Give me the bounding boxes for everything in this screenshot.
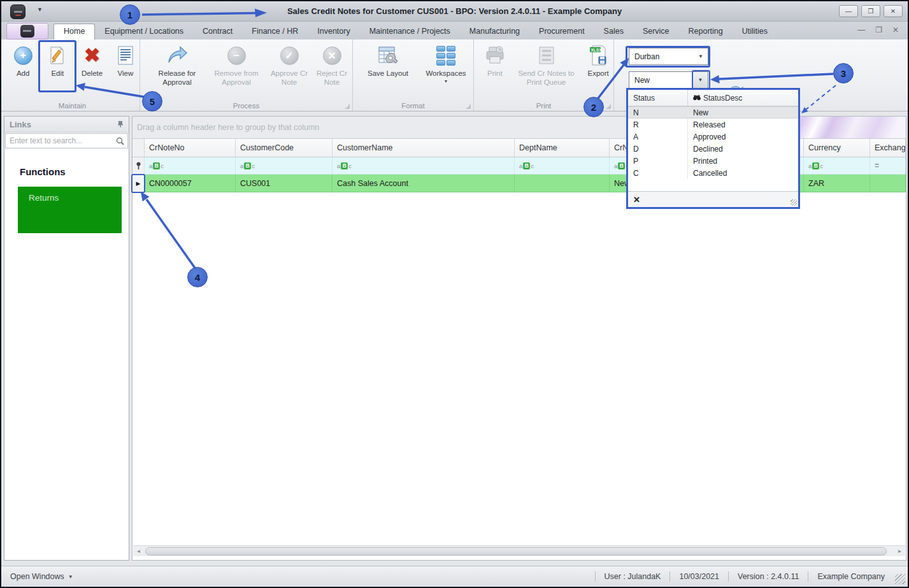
scrollbar-thumb[interactable] [145,547,887,556]
abc-filter-icon: aBc [149,162,164,169]
ribbon-group-maintain: + Add Edit ✖ Del [5,39,140,111]
status-option-cancelled[interactable]: CCancelled [628,167,798,179]
tab-manufacturing[interactable]: Manufacturing [460,24,529,39]
tab-procurement[interactable]: Procurement [529,24,594,39]
maximize-button[interactable]: ❒ [861,5,880,17]
reject-cr-note-button[interactable]: ✕ Reject Cr Note [313,43,350,87]
close-button[interactable]: ✕ [884,5,903,17]
scroll-left-icon[interactable]: ◄ [133,549,144,554]
returns-function-button[interactable]: Returns [18,187,122,233]
approve-cr-note-button[interactable]: ✓ Approve Cr Note [269,43,310,87]
links-search-input[interactable] [6,136,112,145]
filter-cell-deptname[interactable]: aBc [515,157,610,174]
status-column-header[interactable]: Status [628,90,688,106]
column-header-currency[interactable]: Currency [804,139,870,157]
filter-cell-currency[interactable]: aBc [804,157,870,174]
minimize-button[interactable]: — [839,5,858,17]
callout-3: 3 [833,63,854,83]
cell-exchangerate[interactable] [870,175,906,192]
status-option-new[interactable]: NNew [628,106,798,118]
open-windows-button[interactable]: Open Windows ▼ [10,572,73,581]
add-button[interactable]: + Add [9,43,37,78]
row-indicator-arrow-icon: ▶ [132,175,145,192]
cell-crnoteno[interactable]: CN0000057 [145,175,236,192]
edit-icon [47,43,68,68]
abc-filter-icon: aBc [808,162,823,169]
status-option-declined[interactable]: DDeclined [628,143,798,155]
statusbar-user: User : JulandaK [595,571,670,582]
pin-icon[interactable] [117,120,124,128]
export-xlsx-icon: XLSX [587,43,609,68]
save-layout-button[interactable]: Save Layout [362,43,414,78]
column-header-customername[interactable]: CustomerName [333,139,515,157]
filter-pin-icon [132,157,145,174]
tab-home[interactable]: Home [54,24,95,39]
column-header-exchangerate[interactable]: ExchangeRate [870,139,906,157]
statusbar-date: 10/03/2021 [669,571,728,582]
export-button[interactable]: XLSX Export [583,43,613,78]
tab-sales[interactable]: Sales [594,24,633,39]
print-button[interactable]: ? Print [480,43,510,78]
resize-grip-icon[interactable] [791,199,797,206]
dialog-launcher-icon[interactable] [466,104,471,109]
tab-finance-hr[interactable]: Finance / HR [242,24,308,39]
search-icon[interactable] [112,137,128,145]
ribbon-tab-row: Home Equipment / Locations Contract Fina… [1,22,908,39]
resize-grip-icon[interactable] [895,574,905,584]
delete-button[interactable]: ✖ Delete [78,43,106,78]
edit-button[interactable]: Edit [42,43,73,78]
dialog-launcher-icon[interactable] [345,104,350,109]
status-option-printed[interactable]: PPrinted [628,155,798,167]
functions-heading: Functions [20,166,129,177]
scroll-right-icon[interactable]: ► [894,549,905,554]
bpo-logo-icon [20,25,34,38]
status-filter-combo[interactable]: New ▼ [629,71,708,89]
tab-maintenance-projects[interactable]: Maintenance / Projects [360,24,460,39]
cell-currency[interactable]: ZAR [804,175,870,192]
app-window: ▼ Sales Credit Notes for Customer CUS001… [0,0,909,588]
tab-contract[interactable]: Contract [193,24,242,39]
dialog-launcher-icon[interactable] [606,104,611,109]
send-cr-notes-to-print-queue-button[interactable]: Send Cr Notes to Print Queue [513,43,579,87]
tab-reporting[interactable]: Reporting [679,24,733,39]
chevron-down-icon[interactable]: ▼ [694,54,708,59]
tab-service[interactable]: Service [633,24,679,39]
tab-equipment-locations[interactable]: Equipment / Locations [95,24,193,39]
save-layout-icon [377,43,399,68]
status-combo-dropdown-button[interactable]: ▼ [692,72,708,88]
view-icon [115,43,136,68]
row-indicator-header [132,139,145,157]
tab-inventory[interactable]: Inventory [308,24,359,39]
application-button[interactable] [6,23,48,39]
clear-filter-icon[interactable]: ✕ [633,195,640,204]
abc-filter-icon: aBc [240,162,255,169]
tab-utilities[interactable]: Utilities [733,24,777,39]
horizontal-scrollbar[interactable]: ◄ ► [133,545,905,556]
column-header-crnoteno[interactable]: CrNoteNo [145,139,236,157]
cell-customername[interactable]: Cash Sales Account [333,175,515,192]
filter-cell-customername[interactable]: aBc [333,157,515,174]
status-option-released[interactable]: RReleased [628,118,798,131]
cell-customercode[interactable]: CUS001 [236,175,333,192]
mdi-close-button[interactable]: ✕ [892,25,899,34]
release-for-approval-button[interactable]: Release for Approval [150,43,204,87]
workspaces-caret-icon: ▼ [444,79,448,83]
svg-text:XLSX: XLSX [591,48,603,52]
add-icon: + [14,47,32,65]
column-header-deptname[interactable]: DeptName [515,139,610,157]
site-selector-combo[interactable]: Durban ▼ [629,48,708,65]
remove-from-approval-button[interactable]: – Remove from Approval [208,43,265,87]
column-header-customercode[interactable]: CustomerCode [236,139,333,157]
mdi-restore-button[interactable]: ❐ [875,25,882,34]
links-panel-title: Links [10,120,31,129]
reject-x-icon: ✕ [323,47,341,65]
mdi-minimize-button[interactable]: — [857,25,865,34]
status-option-approved[interactable]: AApproved [628,131,798,143]
view-button[interactable]: View [111,43,140,78]
filter-cell-customercode[interactable]: aBc [236,157,333,174]
filter-cell-crnoteno[interactable]: aBc [145,157,236,174]
workspaces-button[interactable]: Workspaces ▼ [420,43,471,83]
filter-cell-exchangerate[interactable]: = [870,157,906,174]
statusdesc-column-header[interactable]: StatusDesc [703,94,742,103]
cell-deptname[interactable] [515,175,610,192]
